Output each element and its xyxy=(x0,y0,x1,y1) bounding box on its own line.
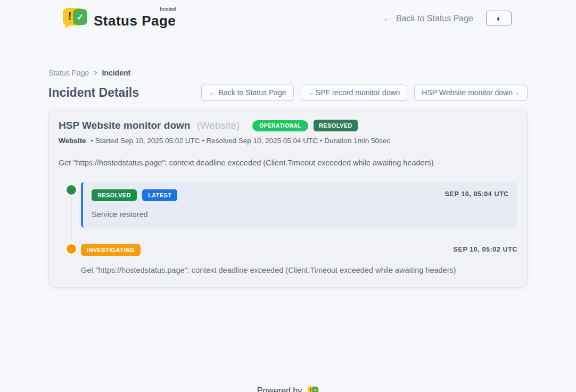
timeline-message: Get "https://hostedstatus.page": context… xyxy=(81,266,517,274)
exclamation-icon: ! xyxy=(67,10,73,22)
brand-text: Status Page hosted xyxy=(94,7,176,29)
breadcrumb-root[interactable]: Status Page xyxy=(48,69,89,77)
timeline-entry-body: RESOLVED LATEST SEP 10, 05:04 UTC Servic… xyxy=(81,182,517,228)
back-button-label: Back to Status Page xyxy=(219,88,286,97)
timeline-entry-body: INVESTIGATING SEP 10, 05:02 UTC Get "htt… xyxy=(81,244,517,274)
timeline-entry-investigating: INVESTIGATING SEP 10, 05:02 UTC Get "htt… xyxy=(59,244,517,274)
breadcrumb: Status Page > Incident xyxy=(48,69,528,77)
incident-component: (Website) xyxy=(196,120,240,131)
timeline-dot-investigating xyxy=(67,244,76,254)
logo-bubble-tail xyxy=(65,23,72,29)
incident-card: HSP Website monitor down (Website) OPERA… xyxy=(48,110,528,288)
incident-title: HSP Website monitor down xyxy=(59,120,190,131)
timeline-message: Service restored xyxy=(92,210,509,219)
arrow-right-icon: → xyxy=(513,88,520,97)
arrow-left-icon: ← xyxy=(209,88,216,97)
operational-status-badge: OPERATIONAL xyxy=(252,120,308,131)
page-title: Incident Details xyxy=(48,86,139,100)
breadcrumb-separator: > xyxy=(93,69,97,77)
status-page-logo-icon: ! ✓ xyxy=(63,8,87,29)
incident-title-row: HSP Website monitor down (Website) OPERA… xyxy=(59,120,517,131)
header-back-link-label: Back to Status Page xyxy=(396,14,473,23)
incident-nav-buttons: ←Back to Status Page ←SPF record monitor… xyxy=(201,85,528,101)
brand-logo[interactable]: ! ✓ Status Page hosted xyxy=(63,7,176,29)
next-incident-button[interactable]: HSP Website monitor down→ xyxy=(414,85,528,101)
title-row: Incident Details ←Back to Status Page ←S… xyxy=(48,85,528,101)
timeline-dot-resolved xyxy=(67,185,76,195)
incident-description: Get "https://hostedstatus.page": context… xyxy=(59,159,517,167)
header-back-link[interactable]: ← Back to Status Page xyxy=(383,14,473,23)
prev-button-label: SPF record monitor down xyxy=(316,88,400,97)
incident-meta-dates: • Started Sep 10, 2025 05:02 UTC • Resol… xyxy=(90,137,390,145)
theme-toggle-button[interactable]: ◐ xyxy=(486,11,512,26)
incident-timeline: RESOLVED LATEST SEP 10, 05:04 UTC Servic… xyxy=(59,182,517,274)
timeline-badges: INVESTIGATING xyxy=(81,244,517,256)
latest-badge: LATEST xyxy=(142,189,177,201)
header-right: ← Back to Status Page ◐ xyxy=(383,11,512,26)
arrow-left-icon: ← xyxy=(308,88,316,97)
checkmark-icon: ✓ xyxy=(73,9,87,25)
checkmark-icon: ✓ xyxy=(312,387,318,392)
timeline-timestamp: SEP 10, 05:02 UTC xyxy=(454,246,517,253)
powered-by: Powered by ! ✓ xyxy=(0,386,576,392)
theme-toggle-icon: ◐ xyxy=(496,14,501,23)
footer: Powered by ! ✓ © 2025-10-08 14:10:34.772… xyxy=(0,386,576,392)
status-page-logo-icon[interactable]: ! ✓ xyxy=(308,386,318,392)
powered-by-label: Powered by xyxy=(257,386,302,392)
main-content: Status Page > Incident Incident Details … xyxy=(48,69,528,288)
brand-name: Status Page xyxy=(94,13,176,29)
investigating-badge: INVESTIGATING xyxy=(81,244,141,256)
resolved-status-badge: RESOLVED xyxy=(314,120,358,131)
incident-meta-component: Website xyxy=(59,137,86,145)
timeline-entry-resolved: RESOLVED LATEST SEP 10, 05:04 UTC Servic… xyxy=(59,182,517,228)
timeline-timestamp: SEP 10, 05:04 UTC xyxy=(445,190,509,198)
next-button-label: HSP Website monitor down xyxy=(422,88,513,97)
header: ! ✓ Status Page hosted ← Back to Status … xyxy=(0,0,576,37)
prev-incident-button[interactable]: ←SPF record monitor down xyxy=(301,85,408,101)
arrow-left-icon: ← xyxy=(383,14,392,23)
incident-meta: Website • Started Sep 10, 2025 05:02 UTC… xyxy=(59,137,517,145)
brand-hosted-tag: hosted xyxy=(160,6,176,12)
back-to-status-page-button[interactable]: ←Back to Status Page xyxy=(201,85,294,101)
breadcrumb-current: Incident xyxy=(102,69,130,77)
resolved-badge: RESOLVED xyxy=(92,189,137,201)
